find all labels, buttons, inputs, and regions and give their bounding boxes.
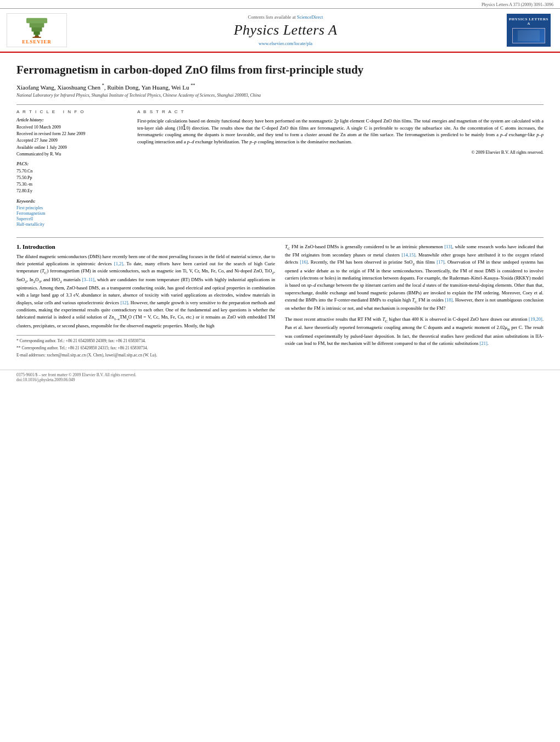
sciencedirect-link[interactable]: ScienceDirect	[297, 14, 323, 20]
journal-url: www.elsevier.com/locate/pla	[259, 41, 312, 46]
elsevier-tree-icon	[20, 16, 53, 38]
pacs-label: PACS:	[16, 161, 126, 166]
journal-logo-right: PHYSICS LETTERS A	[504, 13, 553, 47]
right-column: A B S T R A C T First-principle calculat…	[137, 109, 544, 227]
available-date: Available online 1 July 2009	[16, 144, 126, 150]
article-history-label: Article history:	[16, 118, 126, 122]
keyword-3: Supercell	[16, 216, 126, 221]
article-info-heading: A R T I C L E I N F O	[16, 109, 126, 114]
keywords-section: Keywords: First principles Ferromagnetis…	[16, 199, 126, 227]
communicated-by: Communicated by R. Wu	[16, 151, 126, 157]
pacs-item-2: 75.50.Pp	[16, 175, 126, 181]
page: Physics Letters A 373 (2009) 3091–3096 E…	[0, 0, 560, 742]
article-body: Ferromagnetism in carbon-doped ZnO films…	[0, 53, 560, 237]
pacs-item-1: 75.70.Cn	[16, 168, 126, 174]
pacs-item-3: 75.30.-m	[16, 181, 126, 187]
keyword-2: Ferromagnetism	[16, 211, 126, 216]
abstract-text: First-principle calculations based on de…	[137, 118, 544, 146]
keyword-1: First principles	[16, 205, 126, 210]
article-title: Ferromagnetism in carbon-doped ZnO films…	[16, 63, 544, 77]
intro-title: 1. Introduction	[16, 243, 275, 250]
journal-center: Contents lists available at ScienceDirec…	[72, 13, 499, 47]
keywords-label: Keywords:	[16, 199, 126, 204]
affiliation: National Laboratory for Infrared Physics…	[16, 93, 544, 98]
left-column: A R T I C L E I N F O Article history: R…	[16, 109, 126, 227]
pacs-item-4: 72.80.Ey	[16, 188, 126, 194]
body-left: 1. Introduction The diluted magnetic sem…	[16, 243, 275, 360]
abstract-heading: A B S T R A C T	[137, 109, 544, 114]
top-meta: Physics Letters A 373 (2009) 3091–3096	[0, 0, 560, 9]
journal-title: Physics Letters A	[234, 22, 338, 38]
footnote-1: * Corresponding author. Tel.: +86 21 654…	[16, 338, 275, 344]
footnote-emails: E-mail addresses: xschen@mail.sitp.ac.cn…	[16, 352, 275, 358]
svg-rect-6	[32, 37, 41, 38]
issn-line: 0375-9601/$ – see front matter © 2009 El…	[16, 372, 544, 377]
abstract-copyright: © 2009 Elsevier B.V. All rights reserved…	[137, 150, 544, 155]
contents-label: Contents lists available at ScienceDirec…	[248, 14, 323, 20]
bottom-meta: 0375-9601/$ – see front matter © 2009 El…	[0, 370, 560, 384]
footnote-2: ** Corresponding author. Tel.: +86 21 65…	[16, 345, 275, 351]
logo-text: PHYSICS LETTERS A	[509, 17, 548, 26]
journal-logo-box: PHYSICS LETTERS A	[507, 14, 551, 47]
divider-top	[16, 104, 544, 105]
svg-rect-4	[26, 18, 47, 24]
journal-header: ELSEVIER Contents lists available at Sci…	[0, 9, 560, 53]
footnotes: * Corresponding author. Tel.: +86 21 654…	[16, 335, 275, 359]
journal-citation: Physics Letters A 373 (2009) 3091–3096	[481, 2, 553, 7]
authors: Xiaofang Wang, Xiaoshuang Chen *, Ruibin…	[16, 83, 544, 91]
revised-date: Received in revised form 22 June 2009	[16, 131, 126, 137]
doi-line: doi:10.1016/j.physleta.2009.06.049	[16, 377, 544, 382]
article-info-abstract: A R T I C L E I N F O Article history: R…	[16, 109, 544, 227]
received-date: Received 10 March 2009	[16, 124, 126, 130]
intro-para-1: The diluted magnetic semiconductors (DMS…	[16, 253, 275, 330]
elsevier-logo: ELSEVIER	[7, 13, 67, 47]
main-body: 1. Introduction The diluted magnetic sem…	[0, 238, 560, 365]
right-para-1: TC FM in ZnO-based DMSs is generally con…	[285, 243, 544, 313]
body-right: TC FM in ZnO-based DMSs is generally con…	[285, 243, 544, 360]
pacs-section: PACS: 75.70.Cn 75.50.Pp 75.30.-m 72.80.E…	[16, 161, 126, 194]
accepted-date: Accepted 27 June 2009	[16, 137, 126, 143]
right-para-2: The most recent attractive results that …	[285, 316, 544, 348]
author-names: Xiaofang Wang, Xiaoshuang Chen *, Ruibin…	[16, 84, 195, 91]
elsevier-brand: ELSEVIER	[22, 39, 52, 44]
keyword-4: Half-metallicity	[16, 222, 126, 227]
